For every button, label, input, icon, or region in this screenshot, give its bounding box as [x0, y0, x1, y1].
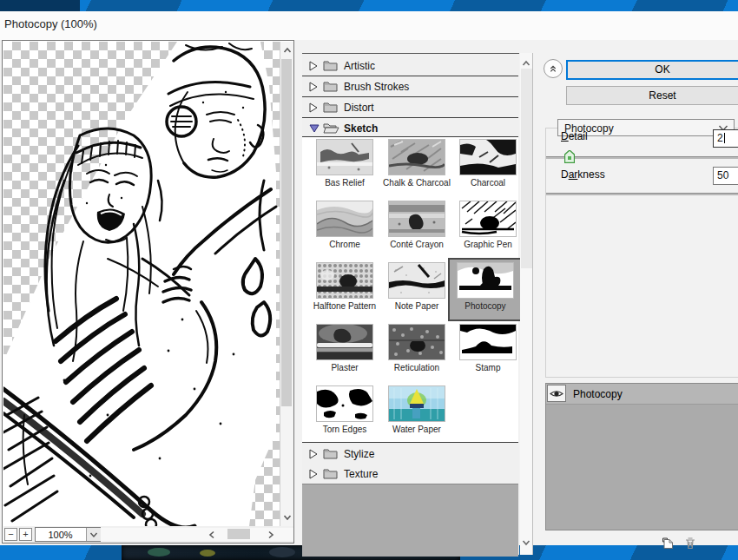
- preview-pane: − + 100%: [2, 40, 294, 544]
- preview-horizontal-scroll-thumb[interactable]: [227, 529, 250, 539]
- scroll-up-icon[interactable]: [521, 58, 531, 69]
- preview-horizontal-scrollbar[interactable]: [101, 528, 293, 541]
- filter-thumb-conte-crayon[interactable]: Conté Crayon: [381, 201, 452, 249]
- filter-thumb-charcoal[interactable]: Charcoal: [452, 139, 524, 188]
- effect-layer-name: Photocopy: [573, 388, 623, 400]
- eye-icon: [550, 389, 563, 399]
- detail-slider-thumb[interactable]: [564, 150, 575, 163]
- chevron-down-icon[interactable]: [86, 528, 101, 541]
- filter-category-panel: Artistic Brush Strokes Distort Sketch Ba…: [302, 53, 519, 555]
- filter-thumb-chrome[interactable]: Chrome: [309, 201, 380, 249]
- triangle-down-icon[interactable]: [309, 124, 320, 133]
- photocopy-sketch-image: [3, 42, 280, 526]
- folder-icon: [323, 467, 338, 479]
- detail-label: Detail: [561, 130, 588, 142]
- scroll-right-icon[interactable]: [266, 530, 276, 540]
- filter-settings-group: [545, 128, 738, 378]
- triangle-right-icon[interactable]: [309, 449, 318, 459]
- filter-thumb-plaster[interactable]: Plaster: [309, 324, 380, 372]
- scroll-left-icon[interactable]: [207, 530, 217, 540]
- zoom-level-combobox[interactable]: 100%: [35, 527, 101, 542]
- detail-slider-track[interactable]: [546, 156, 738, 159]
- ok-button[interactable]: OK: [566, 60, 738, 80]
- folder-icon: [323, 80, 338, 92]
- zoom-level-value: 100%: [36, 530, 85, 540]
- scroll-down-icon[interactable]: [282, 512, 293, 523]
- open-folder-icon: [323, 122, 339, 134]
- folder-icon: [323, 59, 338, 71]
- effect-layers-panel: Photocopy: [545, 383, 738, 530]
- zoom-in-button[interactable]: +: [19, 528, 32, 541]
- darkness-value-input[interactable]: 50: [713, 167, 738, 185]
- scroll-down-icon[interactable]: [521, 537, 531, 548]
- reset-button[interactable]: Reset: [566, 86, 738, 105]
- filter-thumb-halftone-pattern[interactable]: Halftone Pattern: [309, 262, 380, 311]
- preview-vertical-scroll-thumb[interactable]: [281, 59, 292, 406]
- category-artistic[interactable]: Artistic: [302, 56, 518, 76]
- folder-icon: [323, 101, 338, 113]
- double-chevron-up-icon: [548, 63, 558, 74]
- filter-thumb-bas-relief[interactable]: Bas Relief: [309, 139, 380, 188]
- effect-layer-row[interactable]: Photocopy: [546, 384, 738, 405]
- filter-gallery-dialog: Photocopy (100%): [0, 11, 738, 545]
- collapse-panel-button[interactable]: [544, 59, 563, 78]
- panel-empty-area: [302, 484, 518, 557]
- category-distort[interactable]: Distort: [302, 97, 518, 118]
- filter-thumb-stamp[interactable]: Stamp: [452, 324, 524, 372]
- screen: { "window": { "title": "Photocopy (100%)…: [0, 0, 738, 560]
- filter-panel-scroll-thumb[interactable]: [521, 69, 532, 268]
- category-texture[interactable]: Texture: [302, 464, 518, 484]
- scroll-up-icon[interactable]: [282, 45, 293, 56]
- triangle-right-icon[interactable]: [309, 61, 318, 71]
- text-caret: [724, 133, 725, 143]
- desktop-wallpaper-top: [0, 0, 738, 12]
- dialog-titlebar: Photocopy (100%): [0, 11, 738, 40]
- preview-bottom-bar: − + 100%: [3, 526, 293, 543]
- zoom-out-button[interactable]: −: [4, 528, 17, 541]
- category-brush-strokes[interactable]: Brush Strokes: [302, 76, 518, 97]
- triangle-right-icon[interactable]: [309, 469, 318, 479]
- folder-icon: [323, 447, 338, 459]
- filter-thumbnail-grid: Bas Relief Chalk & Charcoal Charcoal Chr…: [302, 137, 518, 443]
- category-sketch-expanded[interactable]: Sketch: [302, 118, 518, 137]
- dialog-title: Photocopy (100%): [4, 17, 97, 30]
- filter-thumb-chalk-charcoal[interactable]: Chalk & Charcoal: [381, 139, 452, 188]
- preview-canvas[interactable]: [3, 42, 280, 526]
- filter-thumb-graphic-pen[interactable]: Graphic Pen: [452, 201, 524, 249]
- darkness-label: Darkness: [561, 168, 605, 181]
- detail-value-input[interactable]: 2: [713, 129, 738, 148]
- filter-thumb-torn-edges[interactable]: Torn Edges: [309, 385, 380, 434]
- layer-visibility-button[interactable]: [547, 385, 566, 402]
- new-effect-layer-icon[interactable]: [662, 537, 675, 550]
- category-stylize[interactable]: Stylize: [302, 444, 518, 464]
- filter-thumb-note-paper[interactable]: Note Paper: [381, 262, 452, 311]
- delete-effect-layer-icon[interactable]: [684, 537, 696, 550]
- darkness-slider-track[interactable]: [546, 193, 738, 195]
- desktop-wallpaper-dark-corner: [0, 0, 80, 12]
- filter-thumb-water-paper[interactable]: Water Paper: [381, 385, 452, 434]
- triangle-right-icon[interactable]: [309, 102, 318, 113]
- filter-thumb-photocopy-selected[interactable]: Photocopy: [448, 258, 523, 321]
- filter-thumb-reticulation[interactable]: Reticulation: [381, 324, 452, 372]
- triangle-right-icon[interactable]: [309, 82, 318, 92]
